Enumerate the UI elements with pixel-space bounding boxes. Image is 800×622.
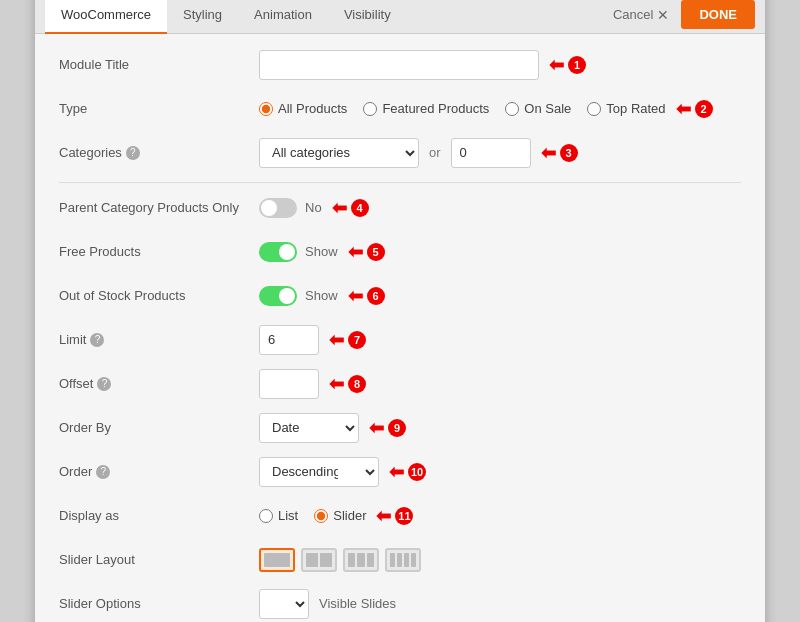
module-title-input[interactable] [259,50,539,80]
display-slider-radio[interactable] [314,509,328,523]
slider-layout-group [259,548,421,572]
type-featured-option[interactable]: Featured Products [363,101,489,116]
free-products-control: Show ⬅ 5 [259,241,741,263]
display-as-control: List Slider ⬅ 11 [259,505,741,527]
out-of-stock-control: Show ⬅ 6 [259,285,741,307]
layout-btn-4[interactable] [385,548,421,572]
free-products-row: Free Products Show ⬅ 5 [59,237,741,267]
out-of-stock-toggle-label: Show [305,288,338,303]
category-id-input[interactable] [451,138,531,168]
close-icon: ✕ [657,7,669,23]
parent-category-label: Parent Category Products Only [59,200,259,215]
annotation-3: ⬅ 3 [541,142,578,164]
parent-category-toggle[interactable] [259,198,297,218]
offset-label: Offset ? [59,376,259,391]
limit-input[interactable] [259,325,319,355]
display-list-option[interactable]: List [259,508,298,523]
annotation-11: ⬅ 11 [376,505,413,527]
module-title-label: Module Title [59,57,259,72]
display-as-label: Display as [59,508,259,523]
cancel-button[interactable]: Cancel ✕ [613,7,669,23]
annotation-7: ⬅ 7 [329,329,366,351]
type-row: Type All Products Featured Products On S… [59,94,741,124]
offset-row: Offset ? ⬅ 8 [59,369,741,399]
free-products-label: Free Products [59,244,259,259]
annotation-10: ⬅ 10 [389,461,426,483]
slider-layout-row: Slider Layout [59,545,741,575]
display-list-radio[interactable] [259,509,273,523]
out-of-stock-toggle[interactable] [259,286,297,306]
limit-label: Limit ? [59,332,259,347]
categories-control: All categories Electronics Clothing or ⬅… [259,138,741,168]
tab-woocommerce[interactable]: WooCommerce [45,0,167,34]
display-slider-option[interactable]: Slider [314,508,366,523]
slider-layout-control [259,548,741,572]
orderby-row: Order By Date Title Price Popularity Rat… [59,413,741,443]
type-onsale-option[interactable]: On Sale [505,101,571,116]
categories-select[interactable]: All categories Electronics Clothing [259,138,419,168]
order-select[interactable]: Descending Ascending [259,457,379,487]
slider-options-row: Slider Options 1 2 3 4 Visible Slides [59,589,741,619]
type-all-radio[interactable] [259,102,273,116]
slider-options-control: 1 2 3 4 Visible Slides [259,589,741,619]
type-radio-group: All Products Featured Products On Sale T… [259,101,666,116]
offset-help-icon[interactable]: ? [97,377,111,391]
type-onsale-radio[interactable] [505,102,519,116]
visible-slides-label: Visible Slides [319,596,396,611]
annotation-6: ⬅ 6 [348,285,385,307]
slider-options-label: Slider Options [59,596,259,611]
type-all-option[interactable]: All Products [259,101,347,116]
display-as-radio-group: List Slider [259,508,366,523]
offset-input[interactable] [259,369,319,399]
parent-category-toggle-label: No [305,200,322,215]
tab-visibility[interactable]: Visibility [328,0,407,34]
out-of-stock-row: Out of Stock Products Show ⬅ 6 [59,281,741,311]
order-label: Order ? [59,464,259,479]
layout-btn-2[interactable] [301,548,337,572]
parent-category-control: No ⬅ 4 [259,197,741,219]
annotation-4: ⬅ 4 [332,197,369,219]
categories-row: Categories ? All categories Electronics … [59,138,741,168]
visible-slides-select[interactable]: 1 2 3 4 [259,589,309,619]
display-as-row: Display as List Slider ⬅ 11 [59,501,741,531]
tab-animation[interactable]: Animation [238,0,328,34]
form-content: Module Title ⬅ 1 Type All Products [35,34,765,623]
limit-control: ⬅ 7 [259,325,741,355]
order-row: Order ? Descending Ascending ⬅ 10 [59,457,741,487]
free-products-toggle[interactable] [259,242,297,262]
type-control: All Products Featured Products On Sale T… [259,98,741,120]
annotation-9: ⬅ 9 [369,417,406,439]
out-of-stock-label: Out of Stock Products [59,288,259,303]
parent-category-row: Parent Category Products Only No ⬅ 4 [59,193,741,223]
categories-help-icon[interactable]: ? [126,146,140,160]
categories-label: Categories ? [59,145,259,160]
order-control: Descending Ascending ⬅ 10 [259,457,741,487]
module-title-control: ⬅ 1 [259,50,741,80]
free-products-toggle-label: Show [305,244,338,259]
module-title-row: Module Title ⬅ 1 [59,50,741,80]
annotation-5: ⬅ 5 [348,241,385,263]
slider-layout-label: Slider Layout [59,552,259,567]
annotation-2: ⬅ 2 [676,98,713,120]
done-button[interactable]: DONE [681,0,755,29]
type-label: Type [59,101,259,116]
orderby-control: Date Title Price Popularity Rating Rando… [259,413,741,443]
orderby-select[interactable]: Date Title Price Popularity Rating Rando… [259,413,359,443]
panel-wrapper: ROW › COLUMN › PRODUCTS WooCommerce Styl… [35,0,765,622]
layout-btn-3[interactable] [343,548,379,572]
limit-row: Limit ? ⬅ 7 [59,325,741,355]
layout-btn-1[interactable] [259,548,295,572]
orderby-label: Order By [59,420,259,435]
or-label: or [429,145,441,160]
order-help-icon[interactable]: ? [96,465,110,479]
top-tabs: WooCommerce Styling Animation Visibility… [35,0,765,34]
tab-styling[interactable]: Styling [167,0,238,34]
offset-control: ⬅ 8 [259,369,741,399]
annotation-1: ⬅ 1 [549,54,586,76]
type-featured-radio[interactable] [363,102,377,116]
type-toprated-radio[interactable] [587,102,601,116]
type-toprated-option[interactable]: Top Rated [587,101,665,116]
annotation-8: ⬅ 8 [329,373,366,395]
limit-help-icon[interactable]: ? [90,333,104,347]
